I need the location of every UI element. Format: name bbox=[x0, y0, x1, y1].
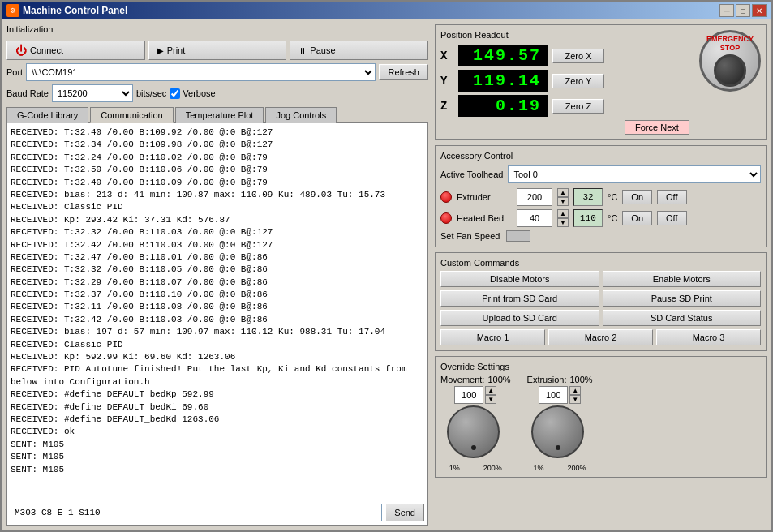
main-content: Initialization ⏻ Connect ▶ Print ⏸ Pause bbox=[2, 19, 771, 530]
sd-status-button[interactable]: SD Card Status bbox=[603, 310, 762, 326]
movement-value-input[interactable] bbox=[454, 386, 483, 404]
baud-unit: bits/sec bbox=[136, 88, 166, 98]
close-button[interactable]: ✕ bbox=[752, 4, 767, 17]
z-position-row: Z 0.19 Zero Z bbox=[440, 95, 689, 117]
console-input[interactable] bbox=[11, 504, 382, 521]
tab-gcode[interactable]: G-Code Library bbox=[6, 107, 88, 123]
estop-text-line1: EMERGENCY bbox=[706, 35, 754, 44]
send-button[interactable]: Send bbox=[385, 504, 424, 521]
zero-z-button[interactable]: Zero Z bbox=[552, 99, 604, 114]
baud-select[interactable]: 115200 bbox=[52, 84, 133, 102]
zero-y-button[interactable]: Zero Y bbox=[552, 74, 604, 88]
bed-temp-down[interactable]: ▼ bbox=[557, 218, 569, 227]
enable-motors-button[interactable]: Enable Motors bbox=[603, 271, 762, 287]
port-select[interactable]: \\.\COM191 bbox=[26, 63, 376, 81]
extrusion-min-label: 1% bbox=[534, 464, 544, 472]
bed-unit: °C bbox=[608, 213, 617, 223]
right-panel: Position Readout X 149.57 Zero X Y 119.1… bbox=[435, 24, 767, 526]
extruder-temp-input[interactable] bbox=[517, 188, 552, 206]
y-position-row: Y 119.14 Zero Y bbox=[440, 70, 689, 92]
extrusion-label: Extrusion: bbox=[527, 375, 567, 384]
bed-off-button[interactable]: Off bbox=[657, 211, 686, 225]
bed-temp-display: 110 bbox=[573, 209, 603, 227]
minimize-button[interactable]: ─ bbox=[719, 4, 734, 17]
fan-speed-label: Set Fan Speed bbox=[440, 231, 500, 241]
extruder-unit: °C bbox=[608, 192, 617, 202]
extrusion-header: Extrusion: 100% bbox=[527, 375, 593, 384]
left-panel: Initialization ⏻ Connect ▶ Print ⏸ Pause bbox=[6, 24, 428, 526]
cmd-row-2: Print from SD Card Pause SD Print bbox=[440, 290, 761, 307]
extrusion-group: Extrusion: 100% ▲ ▼ bbox=[527, 375, 593, 472]
x-value: 149.57 bbox=[458, 45, 548, 66]
toolhead-select[interactable]: Tool 0 bbox=[508, 165, 761, 183]
verbose-label[interactable]: Verbose bbox=[170, 88, 215, 99]
macro3-button[interactable]: Macro 3 bbox=[656, 329, 761, 345]
movement-down[interactable]: ▼ bbox=[485, 395, 496, 404]
bed-temp-up[interactable]: ▲ bbox=[557, 209, 569, 218]
override-settings-label: Override Settings bbox=[440, 362, 761, 371]
emergency-stop-button[interactable]: EMERGENCY STOP bbox=[699, 30, 761, 92]
extrusion-knob[interactable] bbox=[531, 405, 584, 458]
macro2-button[interactable]: Macro 2 bbox=[548, 329, 653, 345]
extruder-temp-up[interactable]: ▲ bbox=[557, 188, 569, 197]
tab-temperature[interactable]: Temperature Plot bbox=[175, 107, 264, 123]
port-label: Port bbox=[6, 67, 23, 77]
extrusion-input-row: ▲ ▼ bbox=[539, 386, 581, 404]
tab-bar: G-Code Library Communication Temperature… bbox=[6, 107, 428, 123]
extrusion-value-input[interactable] bbox=[539, 386, 568, 404]
power-icon: ⏻ bbox=[15, 44, 27, 57]
force-next-button[interactable]: Force Next bbox=[625, 120, 689, 135]
tab-communication[interactable]: Communication bbox=[90, 107, 173, 123]
heated-bed-indicator bbox=[440, 212, 452, 224]
refresh-button[interactable]: Refresh bbox=[379, 64, 428, 80]
console-wrapper: RECEIVED: T:32.40 /0.00 B:109.92 /0.00 @… bbox=[7, 123, 427, 500]
custom-commands-buttons: Disable Motors Enable Motors Print from … bbox=[440, 271, 761, 345]
disable-motors-button[interactable]: Disable Motors bbox=[440, 271, 599, 287]
override-row: Movement: 100% ▲ ▼ bbox=[440, 375, 761, 472]
cmd-row-4: Macro 1 Macro 2 Macro 3 bbox=[440, 329, 761, 345]
movement-knob[interactable] bbox=[447, 405, 500, 458]
bed-on-button[interactable]: On bbox=[622, 211, 652, 225]
y-value: 119.14 bbox=[458, 70, 548, 92]
extrusion-spinner: ▲ ▼ bbox=[569, 386, 581, 404]
extrusion-up[interactable]: ▲ bbox=[569, 386, 581, 395]
initialization-section: Initialization ⏻ Connect ▶ Print ⏸ Pause bbox=[6, 24, 428, 102]
cmd-row-1: Disable Motors Enable Motors bbox=[440, 271, 761, 287]
extrusion-scale: 1% 200% bbox=[534, 464, 586, 472]
fan-speed-toggle[interactable] bbox=[506, 230, 530, 242]
extruder-indicator bbox=[440, 191, 452, 203]
movement-percent: 100% bbox=[487, 375, 510, 384]
custom-commands-section: Custom Commands Disable Motors Enable Mo… bbox=[435, 252, 767, 351]
movement-up[interactable]: ▲ bbox=[485, 386, 496, 395]
pause-button[interactable]: ⏸ Pause bbox=[290, 41, 428, 60]
zero-x-button[interactable]: Zero X bbox=[552, 49, 604, 63]
macro1-button[interactable]: Macro 1 bbox=[440, 329, 545, 345]
pause-icon: ⏸ bbox=[298, 46, 307, 55]
movement-max-label: 200% bbox=[483, 464, 502, 472]
extruder-temp-down[interactable]: ▼ bbox=[557, 197, 569, 206]
extruder-off-button[interactable]: Off bbox=[657, 190, 686, 204]
fan-speed-row: Set Fan Speed bbox=[440, 230, 761, 242]
connect-button[interactable]: ⏻ Connect bbox=[6, 41, 145, 60]
play-icon: ▶ bbox=[157, 46, 164, 55]
pause-sd-button[interactable]: Pause SD Print bbox=[603, 290, 762, 307]
extruder-on-button[interactable]: On bbox=[622, 190, 652, 204]
main-window: ⚙ Machine Control Panel ─ □ ✕ Initializa… bbox=[0, 0, 773, 532]
console-output[interactable]: RECEIVED: T:32.40 /0.00 B:109.92 /0.00 @… bbox=[7, 123, 427, 500]
upload-sd-button[interactable]: Upload to SD Card bbox=[440, 310, 599, 326]
verbose-checkbox[interactable] bbox=[170, 88, 180, 99]
movement-scale: 1% 200% bbox=[449, 464, 502, 472]
port-row: Port \\.\COM191 Refresh bbox=[6, 63, 428, 81]
print-button[interactable]: ▶ Print bbox=[148, 41, 287, 60]
extrusion-max-label: 200% bbox=[568, 464, 586, 472]
z-label: Z bbox=[440, 100, 453, 113]
extrusion-down[interactable]: ▼ bbox=[569, 395, 581, 404]
x-label: X bbox=[440, 49, 453, 62]
print-sd-button[interactable]: Print from SD Card bbox=[440, 290, 599, 307]
tab-jog[interactable]: Jog Controls bbox=[265, 107, 337, 123]
bed-temp-input[interactable] bbox=[517, 209, 552, 227]
title-buttons: ─ □ ✕ bbox=[719, 4, 767, 17]
cmd-row-3: Upload to SD Card SD Card Status bbox=[440, 310, 761, 326]
maximize-button[interactable]: □ bbox=[736, 4, 750, 17]
y-label: Y bbox=[440, 75, 453, 88]
